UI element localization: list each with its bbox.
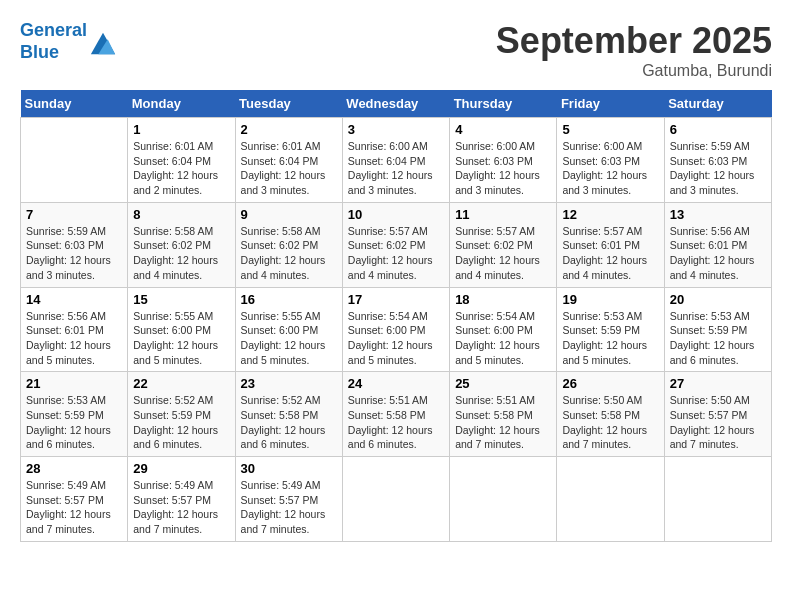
day-cell: 29Sunrise: 5:49 AM Sunset: 5:57 PM Dayli… [128, 457, 235, 542]
day-number: 29 [133, 461, 229, 476]
day-number: 2 [241, 122, 337, 137]
day-cell: 18Sunrise: 5:54 AM Sunset: 6:00 PM Dayli… [450, 287, 557, 372]
day-cell: 12Sunrise: 5:57 AM Sunset: 6:01 PM Dayli… [557, 202, 664, 287]
day-cell: 1Sunrise: 6:01 AM Sunset: 6:04 PM Daylig… [128, 118, 235, 203]
day-cell: 3Sunrise: 6:00 AM Sunset: 6:04 PM Daylig… [342, 118, 449, 203]
day-cell: 9Sunrise: 5:58 AM Sunset: 6:02 PM Daylig… [235, 202, 342, 287]
day-cell: 8Sunrise: 5:58 AM Sunset: 6:02 PM Daylig… [128, 202, 235, 287]
day-info: Sunrise: 5:49 AM Sunset: 5:57 PM Dayligh… [133, 478, 229, 537]
day-number: 14 [26, 292, 122, 307]
title-area: September 2025 Gatumba, Burundi [496, 20, 772, 80]
day-info: Sunrise: 5:56 AM Sunset: 6:01 PM Dayligh… [670, 224, 766, 283]
week-row-2: 7Sunrise: 5:59 AM Sunset: 6:03 PM Daylig… [21, 202, 772, 287]
day-cell: 6Sunrise: 5:59 AM Sunset: 6:03 PM Daylig… [664, 118, 771, 203]
day-cell: 11Sunrise: 5:57 AM Sunset: 6:02 PM Dayli… [450, 202, 557, 287]
day-cell: 20Sunrise: 5:53 AM Sunset: 5:59 PM Dayli… [664, 287, 771, 372]
logo-icon [89, 28, 117, 56]
day-number: 3 [348, 122, 444, 137]
day-info: Sunrise: 6:00 AM Sunset: 6:04 PM Dayligh… [348, 139, 444, 198]
day-info: Sunrise: 5:57 AM Sunset: 6:02 PM Dayligh… [348, 224, 444, 283]
day-number: 8 [133, 207, 229, 222]
day-cell [557, 457, 664, 542]
day-cell: 7Sunrise: 5:59 AM Sunset: 6:03 PM Daylig… [21, 202, 128, 287]
day-number: 16 [241, 292, 337, 307]
day-number: 15 [133, 292, 229, 307]
calendar-table: SundayMondayTuesdayWednesdayThursdayFrid… [20, 90, 772, 542]
day-cell: 13Sunrise: 5:56 AM Sunset: 6:01 PM Dayli… [664, 202, 771, 287]
day-info: Sunrise: 6:01 AM Sunset: 6:04 PM Dayligh… [241, 139, 337, 198]
day-info: Sunrise: 6:01 AM Sunset: 6:04 PM Dayligh… [133, 139, 229, 198]
day-number: 18 [455, 292, 551, 307]
week-row-1: 1Sunrise: 6:01 AM Sunset: 6:04 PM Daylig… [21, 118, 772, 203]
day-cell: 28Sunrise: 5:49 AM Sunset: 5:57 PM Dayli… [21, 457, 128, 542]
header-sunday: Sunday [21, 90, 128, 118]
header-wednesday: Wednesday [342, 90, 449, 118]
day-cell: 21Sunrise: 5:53 AM Sunset: 5:59 PM Dayli… [21, 372, 128, 457]
day-number: 30 [241, 461, 337, 476]
day-number: 21 [26, 376, 122, 391]
day-number: 27 [670, 376, 766, 391]
day-cell: 5Sunrise: 6:00 AM Sunset: 6:03 PM Daylig… [557, 118, 664, 203]
calendar-title: September 2025 [496, 20, 772, 62]
day-info: Sunrise: 5:57 AM Sunset: 6:01 PM Dayligh… [562, 224, 658, 283]
day-cell: 27Sunrise: 5:50 AM Sunset: 5:57 PM Dayli… [664, 372, 771, 457]
day-cell: 25Sunrise: 5:51 AM Sunset: 5:58 PM Dayli… [450, 372, 557, 457]
day-info: Sunrise: 5:55 AM Sunset: 6:00 PM Dayligh… [241, 309, 337, 368]
day-number: 17 [348, 292, 444, 307]
day-cell: 23Sunrise: 5:52 AM Sunset: 5:58 PM Dayli… [235, 372, 342, 457]
day-info: Sunrise: 5:58 AM Sunset: 6:02 PM Dayligh… [241, 224, 337, 283]
day-number: 24 [348, 376, 444, 391]
day-info: Sunrise: 5:54 AM Sunset: 6:00 PM Dayligh… [455, 309, 551, 368]
day-info: Sunrise: 5:50 AM Sunset: 5:57 PM Dayligh… [670, 393, 766, 452]
day-info: Sunrise: 5:59 AM Sunset: 6:03 PM Dayligh… [670, 139, 766, 198]
day-info: Sunrise: 5:50 AM Sunset: 5:58 PM Dayligh… [562, 393, 658, 452]
day-cell: 17Sunrise: 5:54 AM Sunset: 6:00 PM Dayli… [342, 287, 449, 372]
logo-text: General Blue [20, 20, 87, 63]
header-monday: Monday [128, 90, 235, 118]
day-cell: 4Sunrise: 6:00 AM Sunset: 6:03 PM Daylig… [450, 118, 557, 203]
day-cell [664, 457, 771, 542]
day-number: 4 [455, 122, 551, 137]
day-number: 9 [241, 207, 337, 222]
day-number: 10 [348, 207, 444, 222]
day-cell [342, 457, 449, 542]
header-tuesday: Tuesday [235, 90, 342, 118]
logo-line2: Blue [20, 42, 59, 62]
header: General Blue September 2025 Gatumba, Bur… [20, 20, 772, 80]
day-number: 6 [670, 122, 766, 137]
day-number: 13 [670, 207, 766, 222]
day-number: 23 [241, 376, 337, 391]
day-info: Sunrise: 5:55 AM Sunset: 6:00 PM Dayligh… [133, 309, 229, 368]
day-cell [21, 118, 128, 203]
day-info: Sunrise: 5:53 AM Sunset: 5:59 PM Dayligh… [26, 393, 122, 452]
day-info: Sunrise: 5:52 AM Sunset: 5:59 PM Dayligh… [133, 393, 229, 452]
day-info: Sunrise: 5:53 AM Sunset: 5:59 PM Dayligh… [562, 309, 658, 368]
day-number: 20 [670, 292, 766, 307]
day-info: Sunrise: 5:58 AM Sunset: 6:02 PM Dayligh… [133, 224, 229, 283]
day-cell: 19Sunrise: 5:53 AM Sunset: 5:59 PM Dayli… [557, 287, 664, 372]
day-number: 26 [562, 376, 658, 391]
day-cell: 14Sunrise: 5:56 AM Sunset: 6:01 PM Dayli… [21, 287, 128, 372]
day-number: 28 [26, 461, 122, 476]
day-number: 1 [133, 122, 229, 137]
day-number: 11 [455, 207, 551, 222]
day-info: Sunrise: 5:59 AM Sunset: 6:03 PM Dayligh… [26, 224, 122, 283]
day-number: 19 [562, 292, 658, 307]
day-info: Sunrise: 5:57 AM Sunset: 6:02 PM Dayligh… [455, 224, 551, 283]
day-info: Sunrise: 5:56 AM Sunset: 6:01 PM Dayligh… [26, 309, 122, 368]
logo-line1: General [20, 20, 87, 40]
week-row-4: 21Sunrise: 5:53 AM Sunset: 5:59 PM Dayli… [21, 372, 772, 457]
day-cell: 22Sunrise: 5:52 AM Sunset: 5:59 PM Dayli… [128, 372, 235, 457]
calendar-header-row: SundayMondayTuesdayWednesdayThursdayFrid… [21, 90, 772, 118]
day-cell: 24Sunrise: 5:51 AM Sunset: 5:58 PM Dayli… [342, 372, 449, 457]
header-saturday: Saturday [664, 90, 771, 118]
header-thursday: Thursday [450, 90, 557, 118]
day-cell: 30Sunrise: 5:49 AM Sunset: 5:57 PM Dayli… [235, 457, 342, 542]
header-friday: Friday [557, 90, 664, 118]
day-info: Sunrise: 5:51 AM Sunset: 5:58 PM Dayligh… [455, 393, 551, 452]
day-info: Sunrise: 6:00 AM Sunset: 6:03 PM Dayligh… [455, 139, 551, 198]
day-number: 22 [133, 376, 229, 391]
day-info: Sunrise: 5:53 AM Sunset: 5:59 PM Dayligh… [670, 309, 766, 368]
logo: General Blue [20, 20, 117, 63]
day-cell: 26Sunrise: 5:50 AM Sunset: 5:58 PM Dayli… [557, 372, 664, 457]
